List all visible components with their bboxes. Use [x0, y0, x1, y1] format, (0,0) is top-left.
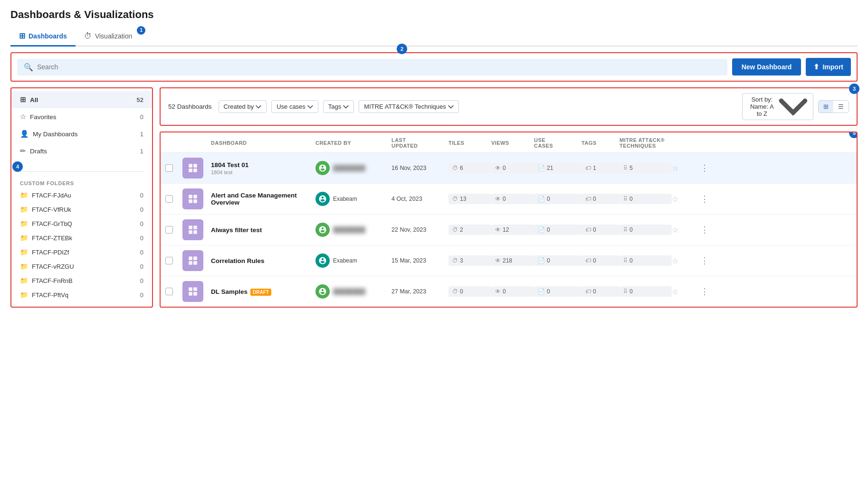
- sort-button[interactable]: Sort by: Name: A to Z: [742, 93, 813, 120]
- sidebar-folder-ftacf-pdizf[interactable]: 📁 FTACF-PDIZf 0: [11, 245, 152, 259]
- favorite-star-icon[interactable]: ☆: [672, 257, 678, 265]
- favorite-star-icon[interactable]: ☆: [672, 195, 678, 203]
- search-input[interactable]: [37, 63, 721, 71]
- row-star[interactable]: ☆: [672, 195, 700, 204]
- tab-dashboards[interactable]: ⊞ Dashboards: [10, 28, 76, 47]
- chevron-down-icon: [448, 104, 454, 110]
- favorite-star-icon[interactable]: ☆: [672, 288, 678, 296]
- creator-avatar: [315, 161, 330, 175]
- row-checkbox[interactable]: [165, 288, 182, 295]
- new-dashboard-button[interactable]: New Dashboard: [732, 58, 801, 75]
- table-row-row2: Alert and Case Management Overview Exabe…: [161, 184, 857, 215]
- filter-badge-3: 3: [849, 84, 859, 94]
- row-star[interactable]: ☆: [672, 225, 700, 235]
- sidebar-badge-4: 4: [12, 161, 23, 172]
- dashboard-thumb-icon: [182, 250, 203, 271]
- list-view-button[interactable]: ☰: [833, 101, 849, 113]
- clock-icon: ⏱: [452, 196, 458, 202]
- row-mitre: ⠿0: [620, 194, 672, 204]
- folder-icon: 📁: [20, 263, 28, 270]
- sidebar-all-count: 52: [137, 96, 143, 103]
- favorite-star-icon[interactable]: ☆: [672, 226, 678, 234]
- row-more[interactable]: ⋮: [700, 225, 715, 235]
- row-checkbox[interactable]: [165, 164, 182, 172]
- row-checkbox[interactable]: [165, 195, 182, 203]
- search-input-wrap: 🔍: [17, 59, 727, 75]
- svg-rect-12: [189, 256, 192, 260]
- tag-icon: 🏷: [585, 226, 591, 233]
- sidebar-item-favorites[interactable]: ☆ Favorites 0: [11, 108, 152, 125]
- more-options-icon[interactable]: ⋮: [700, 256, 709, 265]
- tag-icon: 🏷: [585, 196, 591, 202]
- row-name-wrap: Correlation Rules: [211, 257, 315, 264]
- folder-label: FTACF-vRZGU: [32, 263, 74, 270]
- row-dashboard-name[interactable]: DL SamplesDRAFT: [211, 288, 315, 295]
- sidebar-folder-ftacf-fnrnb[interactable]: 📁 FTACF-FnRnB 0: [11, 273, 152, 288]
- more-options-icon[interactable]: ⋮: [700, 194, 709, 204]
- folder-label: FTACF-VfRUk: [32, 206, 71, 213]
- grid-view-button[interactable]: ⊞: [819, 101, 833, 113]
- row-star[interactable]: ☆: [672, 256, 700, 265]
- dashboard-thumb-icon: [182, 158, 203, 178]
- row-more[interactable]: ⋮: [700, 163, 715, 173]
- grid-icon: ⠿: [623, 288, 628, 295]
- search-section: 🔍 New Dashboard ⬆ Import 2: [10, 52, 858, 82]
- grid-icon: ⠿: [623, 196, 628, 202]
- row-more[interactable]: ⋮: [700, 255, 715, 266]
- chevron-down-icon: [256, 104, 261, 110]
- sidebar-folder-ftacf-ztebk[interactable]: 📁 FTACF-ZTEBk 0: [11, 231, 152, 245]
- row-star[interactable]: ☆: [672, 287, 700, 296]
- favorite-star-icon[interactable]: ☆: [672, 164, 678, 172]
- sidebar-folder-ftacf-vfruk[interactable]: 📁 FTACF-VfRUk 0: [11, 202, 152, 216]
- folder-icon: 📁: [20, 234, 28, 242]
- row-star[interactable]: ☆: [672, 164, 700, 173]
- col-created-by: CREATED BY: [315, 140, 391, 146]
- row-more[interactable]: ⋮: [700, 286, 715, 297]
- svg-rect-4: [189, 195, 192, 198]
- sidebar-item-drafts[interactable]: ✏ Drafts 1: [11, 142, 152, 160]
- more-options-icon[interactable]: ⋮: [700, 225, 709, 235]
- sidebar-folder-ftacf-fjdau[interactable]: 📁 FTACF-FJdAu 0: [11, 188, 152, 202]
- filter-use-cases[interactable]: Use cases: [271, 100, 318, 113]
- import-button[interactable]: ⬆ Import: [806, 58, 851, 76]
- custom-folders-label: CUSTOM FOLDERS: [11, 177, 152, 188]
- sidebar-folder-ftacf-grtbq[interactable]: 📁 FTACF-GrTbQ 0: [11, 216, 152, 231]
- sidebar-folder-ftacf-vrzgu[interactable]: 📁 FTACF-vRZGU 0: [11, 259, 152, 273]
- more-options-icon[interactable]: ⋮: [700, 287, 709, 296]
- table-row-row4: Correlation Rules Exabeam 15 Mar, 2023 ⏱…: [161, 245, 857, 276]
- row-creator: Exabeam: [315, 254, 391, 268]
- row-dashboard-name[interactable]: Correlation Rules: [211, 257, 315, 264]
- row-checkbox[interactable]: [165, 226, 182, 234]
- svg-rect-1: [193, 164, 197, 168]
- sidebar-item-my-dashboards[interactable]: 👤 My Dashboards 1: [11, 125, 152, 142]
- grid-icon: ⠿: [623, 226, 628, 233]
- table-body: 1804 Test 01 1804 test ████████ 16 Nov, …: [161, 153, 857, 307]
- svg-rect-13: [193, 256, 197, 260]
- clock-icon: ⏱: [452, 257, 458, 264]
- more-options-icon[interactable]: ⋮: [700, 163, 709, 173]
- row-mitre: ⠿0: [620, 225, 672, 235]
- tab-visualization[interactable]: ⏱ Visualization: [76, 28, 141, 47]
- filter-created-by[interactable]: Created by: [219, 100, 267, 113]
- all-grid-icon: ⊞: [20, 95, 26, 104]
- sidebar-item-all[interactable]: ⊞ All 52: [11, 91, 152, 108]
- filter-tags[interactable]: Tags: [323, 100, 354, 113]
- tag-icon: 🏷: [585, 288, 591, 295]
- sidebar-folder-ftacf-pftvq[interactable]: 📁 FTACF-PftVq 0: [11, 288, 152, 302]
- folder-count: 0: [140, 192, 143, 199]
- row-dashboard-name[interactable]: 1804 Test 01: [211, 161, 315, 169]
- row-use-cases: 📄0: [534, 194, 582, 204]
- sidebar-all-label: All: [30, 96, 38, 103]
- filter-mitre[interactable]: MITRE ATT&CK® Techniques: [359, 100, 458, 113]
- svg-rect-11: [193, 230, 197, 234]
- filter-bar: 52 Dashboards Created by Use cases Tags …: [160, 87, 858, 126]
- row-more[interactable]: ⋮: [700, 194, 715, 204]
- row-dashboard-name[interactable]: Alert and Case Management Overview: [211, 192, 315, 206]
- table-header: DASHBOARD CREATED BY LASTUPDATED TILES V…: [161, 132, 857, 153]
- row-checkbox[interactable]: [165, 257, 182, 264]
- tag-icon: 🏷: [585, 257, 591, 264]
- row-dashboard-name[interactable]: Always filter test: [211, 226, 315, 234]
- my-dashboards-user-icon: 👤: [20, 130, 29, 138]
- visualization-clock-icon: ⏱: [84, 32, 92, 40]
- sidebar-favorites-label: Favorites: [30, 113, 57, 121]
